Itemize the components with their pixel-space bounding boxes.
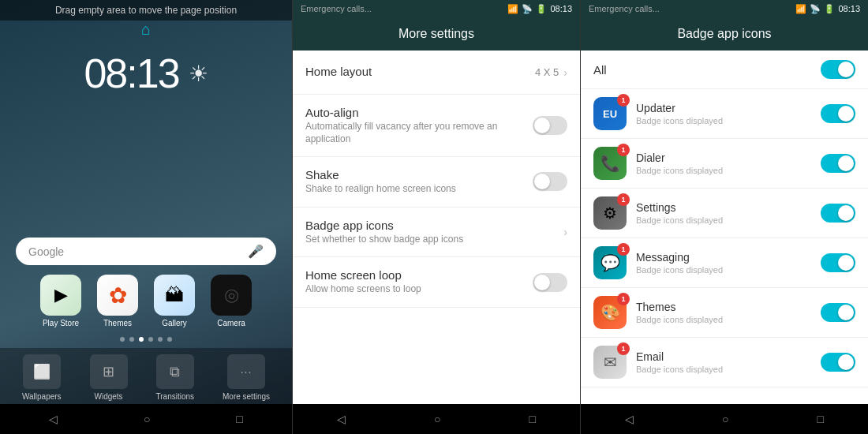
home-icon: ⌂ [141,21,151,39]
badge-recents-button[interactable]: □ [817,413,824,425]
app-camera[interactable]: ◎ Camera [211,275,252,327]
setting-badge-title: Badge app icons [305,219,563,232]
badge-battery-icon: 🔋 [824,4,835,14]
phone-screen: ⌂ 08:13 ☀ Google 🎤 ▶ Play Store ✿ Themes… [0,0,292,348]
messaging-icon-wrap: 💬1 [593,246,627,279]
badge-all-label: All [593,63,821,77]
app-themes[interactable]: ✿ Themes [97,275,138,327]
more-settings-icon: ··· [227,354,265,389]
email-notif-badge: 1 [617,342,630,355]
messaging-desc: Badge icons displayed [636,265,811,275]
camera-icon: ◎ [211,275,252,316]
badge-signal-icon: 📶 [795,4,806,14]
search-label: Google [28,245,64,258]
settings-status-left: Emergency calls... [301,4,372,13]
gallery-icon: 🏔 [154,275,195,316]
themes-name: Themes [636,301,811,313]
phone-topbar: ⌂ [0,17,292,42]
badge-item-messaging[interactable]: 💬1MessagingBadge icons displayed [581,238,868,288]
dialer-info: DialerBadge icons displayed [636,152,811,175]
more-settings-label: More settings [223,392,270,401]
setting-home-layout-content: Home layout [305,65,535,80]
badge-item-updater[interactable]: EU1UpdaterBadge icons displayed [581,89,868,139]
dot-4 [148,337,153,342]
app-gallery[interactable]: 🏔 Gallery [154,275,195,327]
setting-shake[interactable]: Shake Shake to realign home screen icons [293,157,580,208]
app-row: ▶ Play Store ✿ Themes 🏔 Gallery ◎ Camera [0,275,292,334]
settings-desc: Badge icons displayed [636,215,811,225]
app-playstore[interactable]: ▶ Play Store [40,275,81,327]
wallpapers-icon: ⬜ [23,354,61,389]
dot-2 [129,337,134,342]
dialer-name: Dialer [636,152,811,164]
back-button[interactable]: ◁ [49,413,58,425]
page-dots [0,334,292,348]
tray-more-settings[interactable]: ··· More settings [223,354,270,401]
badge-item-email[interactable]: ✉1EmailBadge icons displayed [581,338,868,387]
settings-back-button[interactable]: ◁ [337,413,346,425]
badge-clock: 08:13 [838,4,860,13]
email-icon-wrap: ✉1 [593,346,627,379]
shake-toggle[interactable] [533,172,567,191]
badge-item-dialer[interactable]: 📞1DialerBadge icons displayed [581,139,868,189]
playstore-label: Play Store [43,319,79,327]
dialer-icon-wrap: 📞1 [593,147,627,180]
widgets-icon: ⊞ [90,354,128,389]
setting-home-layout-right: 4 X 5 › [535,66,567,79]
settings-recents-button[interactable]: □ [529,413,536,425]
updater-toggle[interactable] [821,104,855,123]
setting-auto-align[interactable]: Auto-align Automatically fill vacancy af… [293,95,580,157]
settings-info: SettingsBadge icons displayed [636,201,811,225]
messaging-toggle[interactable] [821,253,855,272]
tray-widgets[interactable]: ⊞ Widgets [90,354,128,401]
badge-item-themes[interactable]: 🎨1ThemesBadge icons displayed [581,288,868,338]
badge-back-button[interactable]: ◁ [625,413,634,425]
themes-icon-wrap: 🎨1 [593,296,627,329]
search-bar[interactable]: Google 🎤 [16,238,276,265]
phone-nav-bar: ◁ ○ □ [0,404,292,434]
settings-home-button[interactable]: ○ [434,413,440,425]
setting-home-screen-loop[interactable]: Home screen loop Allow home screens to l… [293,257,580,308]
updater-name: Updater [636,102,811,114]
badge-all-toggle[interactable] [821,60,855,79]
themes-desc: Badge icons displayed [636,315,811,324]
dot-6 [167,337,172,342]
badge-nav-bar: ◁ ○ □ [581,404,868,434]
badge-home-button[interactable]: ○ [722,413,728,425]
settings-clock: 08:13 [550,4,572,13]
badge-all-row[interactable]: All [581,51,868,89]
home-button[interactable]: ○ [144,413,150,425]
transitions-label: Transitions [156,392,195,401]
wallpapers-label: Wallpapers [22,392,62,401]
setting-home-layout[interactable]: Home layout 4 X 5 › [293,51,580,95]
email-name: Email [636,350,811,363]
email-toggle[interactable] [821,353,855,372]
setting-shake-content: Shake Shake to realign home screen icons [305,168,533,196]
themes-toggle[interactable] [821,303,855,322]
dialer-notif-badge: 1 [617,144,630,156]
auto-align-toggle[interactable] [533,116,567,135]
bottom-tray: ⬜ Wallpapers ⊞ Widgets ⧉ Transitions ···… [0,348,292,404]
badge-list: All EU1UpdaterBadge icons displayed📞1Dia… [581,51,868,404]
home-layout-chevron: › [563,66,567,79]
settings-toggle[interactable] [821,204,855,223]
dialer-toggle[interactable] [821,154,855,173]
dot-5 [158,337,163,342]
wifi-icon: 📡 [522,4,533,14]
recents-button[interactable]: □ [236,413,242,425]
setting-badge-app-icons[interactable]: Badge app icons Set whether to show badg… [293,208,580,258]
loop-toggle[interactable] [533,273,567,292]
badge-status-right: 📶 📡 🔋 08:13 [795,4,860,14]
tray-transitions[interactable]: ⧉ Transitions [156,354,195,401]
setting-loop-desc: Allow home screens to loop [305,283,533,296]
setting-auto-align-content: Auto-align Automatically fill vacancy af… [305,106,533,145]
updater-icon-wrap: EU1 [593,97,627,130]
drag-hint: Drag empty area to move the page positio… [0,0,292,21]
settings-panel: Emergency calls... 📶 📡 🔋 08:13 More sett… [292,0,580,434]
tray-wallpapers[interactable]: ⬜ Wallpapers [22,354,62,401]
setting-badge-right: › [563,226,567,238]
transitions-icon: ⧉ [156,354,194,389]
messaging-notif-badge: 1 [617,243,630,256]
badge-item-settings[interactable]: ⚙1SettingsBadge icons displayed [581,189,868,238]
setting-shake-title: Shake [305,168,533,181]
